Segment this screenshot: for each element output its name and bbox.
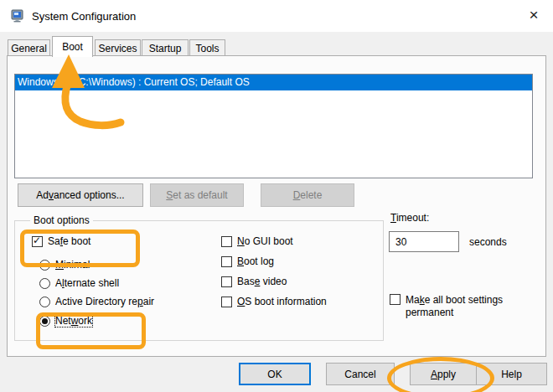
help-button[interactable]: Help — [476, 363, 547, 385]
tab-tools[interactable]: Tools — [189, 39, 225, 56]
tab-services[interactable]: Services — [95, 39, 141, 56]
apply-button[interactable]: Apply — [410, 363, 477, 385]
timeout-label: Timeout: — [390, 212, 429, 224]
radio-selected-icon[interactable] — [39, 316, 50, 327]
system-configuration-dialog: System Configuration × General Boot Serv… — [0, 0, 553, 392]
radio-unselected-icon[interactable] — [39, 278, 50, 289]
checkbox-checked-icon[interactable]: ✓ — [32, 236, 43, 247]
timeout-input[interactable] — [389, 231, 459, 252]
set-as-default-button: Set as default — [150, 183, 244, 207]
base-video-checkbox[interactable]: Base video — [221, 276, 287, 287]
msconfig-monitor-icon — [11, 9, 24, 23]
make-permanent-checkbox[interactable]: Make all boot settings permanent — [390, 294, 532, 319]
boot-log-checkbox[interactable]: Boot log — [221, 255, 274, 267]
checkbox-unchecked-icon[interactable] — [221, 276, 232, 287]
advanced-options-button[interactable]: Advanced options... — [18, 183, 143, 207]
tab-startup[interactable]: Startup — [142, 39, 189, 56]
alternate-shell-radio[interactable]: Alternate shell — [39, 277, 119, 289]
checkbox-unchecked-icon[interactable] — [221, 236, 232, 247]
delete-button: Delete — [261, 183, 354, 207]
active-directory-repair-radio[interactable]: Active Directory repair — [39, 296, 154, 307]
boot-tab-page: Windows 10 (C:\Windows) : Current OS; De… — [7, 55, 546, 357]
no-gui-boot-checkbox[interactable]: No GUI boot — [221, 235, 293, 247]
tab-boot[interactable]: Boot — [52, 36, 93, 57]
window-title: System Configuration — [32, 10, 136, 23]
boot-options-group: Boot options ✓ Safe boot Minimal Alterna… — [14, 220, 384, 341]
os-list-item[interactable]: Windows 10 (C:\Windows) : Current OS; De… — [15, 75, 532, 90]
checkbox-unchecked-icon[interactable] — [221, 256, 232, 267]
network-radio[interactable]: Network — [39, 315, 92, 327]
title-bar: System Configuration × — [0, 0, 553, 32]
safe-boot-checkbox[interactable]: ✓ Safe boot — [32, 235, 90, 247]
radio-unselected-icon[interactable] — [39, 297, 50, 307]
boot-options-group-label: Boot options — [30, 214, 93, 226]
minimal-radio[interactable]: Minimal — [39, 259, 90, 271]
tab-general[interactable]: General — [8, 39, 50, 56]
ok-button[interactable]: OK — [239, 363, 311, 385]
cancel-button[interactable]: Cancel — [326, 363, 395, 385]
os-boot-information-checkbox[interactable]: OS boot information — [221, 296, 327, 307]
close-icon[interactable]: × — [519, 2, 548, 28]
radio-unselected-icon[interactable] — [39, 260, 50, 271]
os-list: Windows 10 (C:\Windows) : Current OS; De… — [14, 74, 533, 178]
checkbox-unchecked-icon[interactable] — [221, 297, 232, 307]
timeout-unit-label: seconds — [469, 236, 507, 248]
checkbox-unchecked-icon[interactable] — [390, 294, 401, 305]
